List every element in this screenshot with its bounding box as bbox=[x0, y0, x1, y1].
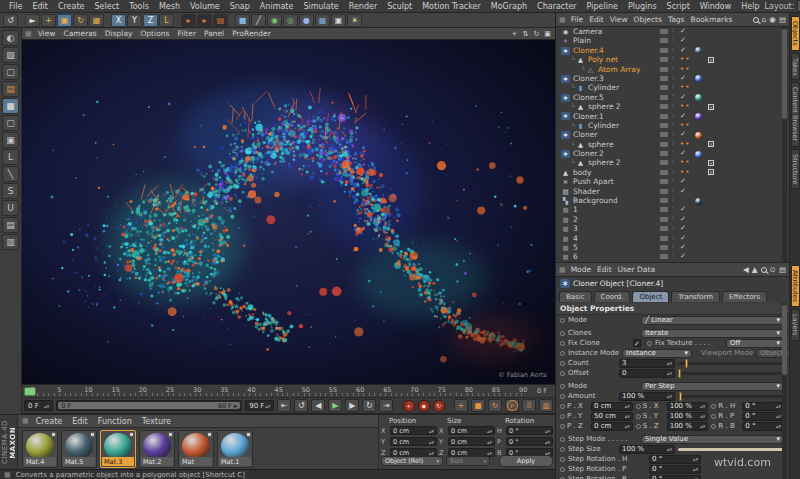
value-field[interactable]: 0 °▴▾ bbox=[649, 475, 701, 479]
camera-icon[interactable]: ▣ bbox=[331, 14, 346, 27]
dropdown[interactable]: Instance▾ bbox=[622, 349, 692, 358]
generator-dots-icon[interactable]: •• bbox=[680, 158, 690, 167]
menu-render[interactable]: Render bbox=[344, 2, 382, 11]
tab-transform[interactable]: Transform bbox=[671, 291, 720, 302]
goto-start-button[interactable]: ⇤ bbox=[277, 399, 291, 412]
tree-item-cloner-2[interactable]: ∗Cloner.2∶✓ bbox=[556, 149, 789, 158]
dropdown[interactable]: Per Step▾ bbox=[641, 382, 784, 391]
scale-key-button[interactable]: ■ bbox=[471, 399, 485, 412]
edges-mode-icon[interactable]: ▢ bbox=[2, 115, 19, 131]
parameter-key-button[interactable]: P bbox=[505, 399, 519, 412]
tree-item-shader[interactable]: ▨Shader∶✓ bbox=[556, 187, 789, 196]
tree-item-camera[interactable]: ◉Camera∶✓ bbox=[556, 27, 789, 36]
tree-item-cylinder[interactable]: └▮Cylinder∶•• bbox=[556, 83, 789, 92]
tree-item-4[interactable]: ■4∶✓ bbox=[556, 234, 789, 243]
render-dots-icon[interactable]: ∶ bbox=[672, 102, 674, 111]
material-enabled-checkbox[interactable] bbox=[246, 432, 251, 437]
phong-tag-icon[interactable]: × bbox=[708, 169, 714, 175]
tree-item-body[interactable]: ▲body∶••× bbox=[556, 168, 789, 177]
render-dots-icon[interactable]: ∶ bbox=[672, 187, 674, 196]
material-mat[interactable]: Mat bbox=[178, 430, 214, 468]
search-icon[interactable] bbox=[753, 17, 759, 23]
goto-end-button[interactable]: ⇥ bbox=[379, 399, 393, 412]
value-field[interactable]: 0 cm▴▾ bbox=[591, 402, 633, 411]
enabled-check-icon[interactable]: ✓ bbox=[680, 234, 686, 243]
material-menu-function[interactable]: Function bbox=[93, 417, 137, 426]
visibility-toggle[interactable] bbox=[660, 67, 668, 72]
material-tag-icon[interactable] bbox=[695, 113, 702, 120]
animation-dot-icon[interactable] bbox=[560, 424, 565, 429]
render-dots-icon[interactable]: ∶ bbox=[672, 27, 674, 36]
render-dots-icon[interactable]: ∶ bbox=[672, 65, 674, 74]
value-field[interactable]: 0 °▴▾ bbox=[649, 465, 701, 474]
value-field[interactable]: 0▴▾ bbox=[619, 369, 675, 378]
enabled-check-icon[interactable]: ✓ bbox=[680, 46, 686, 55]
value-field[interactable]: 100 %▴▾ bbox=[619, 445, 675, 454]
visibility-toggle[interactable] bbox=[660, 189, 668, 194]
axis-y-icon[interactable]: Y bbox=[127, 14, 142, 27]
dropdown[interactable]: Iterate▾ bbox=[641, 329, 784, 338]
visibility-toggle[interactable] bbox=[660, 142, 668, 147]
enabled-check-icon[interactable]: ✓ bbox=[680, 93, 686, 102]
material-mat-4[interactable]: Mat.4 bbox=[22, 430, 58, 468]
material-menu-texture[interactable]: Texture bbox=[137, 417, 176, 426]
object-axis-icon[interactable]: L bbox=[2, 149, 19, 165]
menu-mograph[interactable]: MoGraph bbox=[486, 2, 532, 11]
animation-dot-icon[interactable] bbox=[560, 414, 565, 419]
animation-dot-icon[interactable] bbox=[636, 424, 641, 429]
tree-item-cloner-3[interactable]: ∗Cloner.3∶✓ bbox=[556, 74, 789, 83]
material-tag-icon[interactable] bbox=[695, 198, 702, 205]
viewport-menu-view[interactable]: View bbox=[34, 29, 60, 38]
dropdown[interactable]: Single Value▾ bbox=[641, 435, 784, 444]
visibility-toggle[interactable] bbox=[660, 179, 668, 184]
object-tree-scrollbar[interactable] bbox=[782, 27, 787, 262]
render-dots-icon[interactable]: ∶ bbox=[672, 140, 674, 149]
render-dots-icon[interactable]: ∶ bbox=[672, 121, 674, 130]
tree-item-sphere-2[interactable]: └▲sphere 2∶••× bbox=[556, 158, 789, 167]
animation-dot-icon[interactable] bbox=[711, 424, 716, 429]
render-dots-icon[interactable]: ∶ bbox=[672, 55, 674, 64]
render-settings-icon[interactable]: ▤ bbox=[213, 14, 228, 27]
material-tag-icon[interactable] bbox=[695, 94, 702, 101]
animation-dot-icon[interactable] bbox=[560, 341, 565, 346]
slider-handle[interactable] bbox=[678, 369, 681, 378]
panel-handle-icon[interactable]: ▦ bbox=[22, 417, 29, 425]
coord-value-field[interactable]: 0 cm▴▾ bbox=[448, 426, 495, 435]
visibility-toggle[interactable] bbox=[660, 217, 668, 222]
tab-object[interactable]: Object bbox=[632, 291, 669, 302]
generator-dots-icon[interactable]: •• bbox=[680, 55, 690, 64]
cube-primitive-icon[interactable]: ■ bbox=[235, 14, 250, 27]
tab-effectors[interactable]: Effectors bbox=[722, 291, 767, 302]
slider-track[interactable] bbox=[678, 362, 784, 365]
value-field[interactable]: 50 cm▴▾ bbox=[591, 412, 633, 421]
panel-handle-icon[interactable]: ▦ bbox=[25, 30, 32, 38]
deformer-icon[interactable]: ◎ bbox=[283, 14, 298, 27]
frame-range-bar[interactable]: 0 F90 F ▸ bbox=[58, 402, 240, 409]
visibility-toggle[interactable] bbox=[660, 132, 668, 137]
animation-dot-icon[interactable] bbox=[560, 437, 565, 442]
animation-dot-icon[interactable] bbox=[560, 331, 565, 336]
pointer-icon[interactable]: ▲ bbox=[752, 265, 758, 274]
history-back-icon[interactable]: ◀ bbox=[743, 265, 749, 274]
side-tab-layers[interactable]: Layers bbox=[791, 309, 800, 341]
step-forward-button[interactable]: ▶ bbox=[345, 399, 359, 412]
material-mat-3[interactable]: Mat.3 bbox=[100, 430, 136, 468]
animation-dot-icon[interactable] bbox=[636, 414, 641, 419]
menu-edit[interactable]: Edit bbox=[27, 2, 53, 11]
animation-dot-icon[interactable] bbox=[647, 341, 652, 346]
menu-create[interactable]: Create bbox=[53, 2, 90, 11]
render-dots-icon[interactable]: ∶ bbox=[672, 205, 674, 214]
coord-value-field[interactable]: 0 cm▴▾ bbox=[390, 426, 437, 435]
enabled-check-icon[interactable]: ✓ bbox=[680, 243, 686, 252]
model-mode-icon[interactable]: ◐ bbox=[2, 30, 19, 46]
coord-mode-dropdown[interactable]: Object (Rel) ▾ bbox=[381, 456, 443, 466]
render-dots-icon[interactable]: ∶ bbox=[672, 158, 674, 167]
animation-dot-icon[interactable] bbox=[560, 361, 565, 366]
material-tag-icon[interactable] bbox=[695, 47, 702, 54]
menu-sculpt[interactable]: Sculpt bbox=[382, 2, 417, 11]
workplane-icon[interactable]: ▢ bbox=[2, 64, 19, 80]
menu-select[interactable]: Select bbox=[89, 2, 124, 11]
side-tab-structure[interactable]: Structure bbox=[791, 149, 800, 189]
menu-window[interactable]: Window bbox=[695, 2, 737, 11]
render-dots-icon[interactable]: ∶ bbox=[672, 243, 674, 252]
